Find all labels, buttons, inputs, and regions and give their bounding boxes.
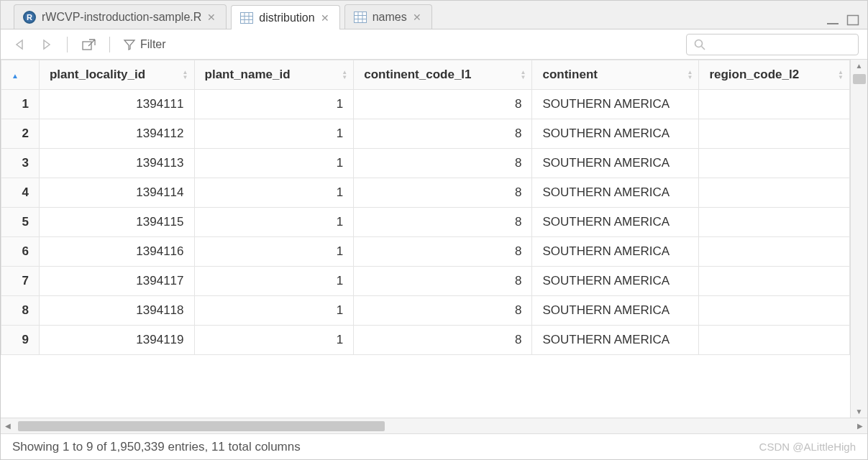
table-icon [240,12,253,24]
table-row[interactable]: 7139411718SOUTHERN AMERICA [1,267,850,296]
scroll-right-icon[interactable]: ▶ [853,422,867,430]
forward-button[interactable] [35,36,58,53]
table-row[interactable]: 1139411118SOUTHERN AMERICA [1,90,850,119]
data-grid: ▲ plant_locality_id ▲▼ plant_name_id ▲▼ … [1,60,867,433]
column-plant-locality-id[interactable]: plant_locality_id ▲▼ [39,60,194,90]
table-row[interactable]: 4139411418SOUTHERN AMERICA [1,178,850,208]
filter-label: Filter [140,38,166,51]
cell-region_code_l2 [699,267,850,296]
cell-region_code_l2 [699,237,850,267]
vertical-scrollbar[interactable]: ▲ ▼ [850,60,867,418]
close-icon[interactable]: ✕ [207,12,216,23]
table-row[interactable]: 5139411518SOUTHERN AMERICA [1,208,850,237]
close-icon[interactable]: ✕ [413,12,421,23]
row-number: 3 [1,149,40,178]
column-label: continent_code_l1 [364,68,471,81]
watermark: CSDN @ALittleHigh [759,441,856,453]
cell-continent: SOUTHERN AMERICA [532,178,699,208]
column-continent[interactable]: continent ▲▼ [532,60,699,90]
r-file-icon: R [23,11,36,24]
column-continent-code-l1[interactable]: continent_code_l1 ▲▼ [354,60,532,90]
status-bar: Showing 1 to 9 of 1,950,339 entries, 11 … [1,433,867,459]
funnel-icon [123,39,136,50]
row-number: 1 [1,90,40,119]
tab-distribution[interactable]: distribution ✕ [231,5,339,29]
cell-region_code_l2 [699,90,850,119]
cell-plant_name_id: 1 [194,90,354,119]
search-icon [694,39,705,50]
tab-bar: R rWCVP-instroduction-sample.R ✕ distrib… [1,1,867,29]
search-box[interactable] [686,34,859,55]
svg-rect-0 [241,12,253,23]
sort-icon: ▲▼ [687,70,693,80]
horizontal-scrollbar[interactable]: ◀ ▶ [1,418,867,433]
table-row[interactable]: 9139411918SOUTHERN AMERICA [1,326,850,355]
scroll-thumb[interactable] [853,74,866,84]
column-label: plant_name_id [205,68,291,81]
scroll-down-icon[interactable]: ▼ [856,405,863,418]
table-row[interactable]: 3139411318SOUTHERN AMERICA [1,149,850,178]
minimize-icon[interactable] [826,14,840,26]
cell-continent_code_l1: 8 [354,208,532,237]
table-icon [354,12,367,23]
sort-icon: ▲▼ [342,70,347,80]
scroll-left-icon[interactable]: ◀ [1,422,15,430]
cell-plant_name_id: 1 [194,237,354,267]
scroll-up-icon[interactable]: ▲ [856,60,863,70]
cell-plant_name_id: 1 [194,296,354,326]
cell-continent: SOUTHERN AMERICA [532,296,699,326]
table-row[interactable]: 8139411818SOUTHERN AMERICA [1,296,850,326]
cell-region_code_l2 [699,208,850,237]
separator [67,37,68,52]
cell-region_code_l2 [699,119,850,149]
cell-plant_locality_id: 1394111 [39,90,194,119]
sort-icon: ▲▼ [521,70,526,80]
maximize-icon[interactable] [846,14,860,26]
pane-controls [826,14,860,26]
tab-label: names [373,11,407,24]
cell-plant_name_id: 1 [194,208,354,237]
sort-asc-icon: ▲ [12,72,19,80]
cell-continent_code_l1: 8 [354,178,532,208]
tab-names[interactable]: names ✕ [344,4,432,29]
separator [109,37,110,52]
popup-button[interactable] [76,35,101,54]
row-number: 6 [1,237,40,267]
cell-continent_code_l1: 8 [354,296,532,326]
table-row[interactable]: 6139411618SOUTHERN AMERICA [1,237,850,267]
cell-plant_name_id: 1 [194,119,354,149]
tab-label: distribution [259,12,314,24]
table-row[interactable]: 2139411218SOUTHERN AMERICA [1,119,850,149]
row-number: 4 [1,178,40,208]
cell-plant_locality_id: 1394115 [39,208,194,237]
svg-rect-10 [827,23,839,24]
cell-region_code_l2 [699,296,850,326]
cell-plant_locality_id: 1394119 [39,326,194,355]
cell-plant_locality_id: 1394114 [39,178,194,208]
scroll-thumb[interactable] [18,421,385,431]
cell-continent: SOUTHERN AMERICA [532,237,699,267]
filter-button[interactable]: Filter [119,35,170,54]
svg-rect-11 [848,16,859,25]
column-label: region_code_l2 [709,68,799,81]
tab-rscript[interactable]: R rWCVP-instroduction-sample.R ✕ [14,4,227,29]
cell-region_code_l2 [699,149,850,178]
search-input[interactable] [710,39,851,50]
back-button[interactable] [9,36,32,53]
sort-icon: ▲▼ [838,70,844,80]
column-plant-name-id[interactable]: plant_name_id ▲▼ [194,60,354,90]
column-label: plant_locality_id [50,68,145,81]
sort-icon: ▲▼ [183,70,188,80]
row-number: 2 [1,119,40,149]
cell-plant_name_id: 1 [194,267,354,296]
row-number: 7 [1,267,40,296]
column-region-code-l2[interactable]: region_code_l2 ▲▼ [699,60,850,90]
column-rownum[interactable]: ▲ [1,60,40,90]
cell-continent: SOUTHERN AMERICA [532,149,699,178]
cell-continent_code_l1: 8 [354,90,532,119]
close-icon[interactable]: ✕ [321,12,329,24]
cell-continent_code_l1: 8 [354,267,532,296]
cell-continent: SOUTHERN AMERICA [532,326,699,355]
status-text: Showing 1 to 9 of 1,950,339 entries, 11 … [12,440,301,454]
tab-label: rWCVP-instroduction-sample.R [42,11,201,24]
